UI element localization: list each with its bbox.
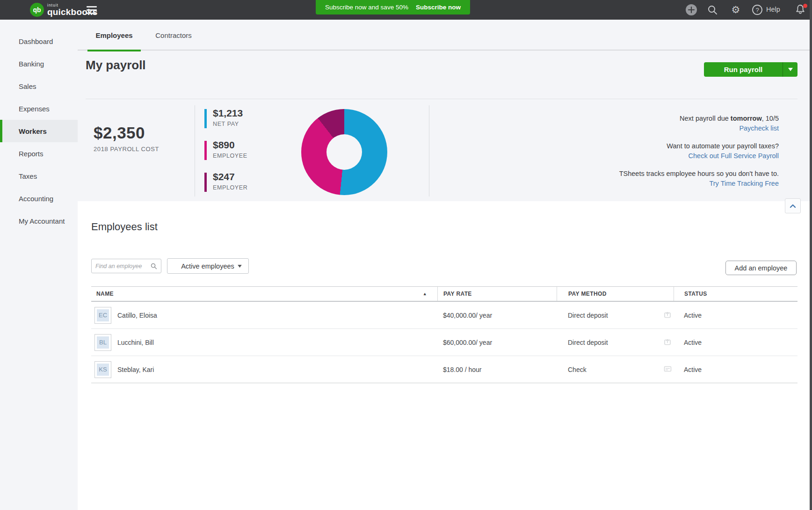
sort-ascending-icon[interactable]: ▲ xyxy=(423,291,427,296)
hamburger-menu-icon[interactable] xyxy=(87,6,97,16)
tsheets-text: TSheets tracks employee hours so you don… xyxy=(619,170,779,177)
pay-rate-value: $40,000.00/ year xyxy=(443,312,492,319)
tab-bar: Employees Contractors xyxy=(78,20,812,51)
table-header-row: NAME ▲ PAY RATE PAY METHOD STATUS xyxy=(91,286,798,302)
top-navbar: qb intuit quickbooks Subscribe now and s… xyxy=(0,0,812,20)
legend-label: EMPLOYER xyxy=(213,184,247,191)
employees-list-heading: Employees list xyxy=(91,221,158,233)
sidebar-item-taxes[interactable]: Taxes xyxy=(0,165,78,187)
employee-filter-dropdown[interactable]: Active employees xyxy=(167,258,249,274)
employee-name[interactable]: Steblay, Kari xyxy=(117,366,154,373)
table-row[interactable]: EC Catillo, Eloisa $40,000.00/ year Dire… xyxy=(91,302,798,329)
pay-method-value: Direct deposit xyxy=(568,312,608,319)
employee-filter-value: Active employees xyxy=(178,262,238,270)
vertical-divider xyxy=(195,105,195,197)
status-value: Active xyxy=(684,312,702,319)
payroll-cost-stat: $2,350 2018 PAYROLL COST xyxy=(94,124,159,153)
sidebar-item-sales[interactable]: Sales xyxy=(0,75,78,97)
sidebar-item-expenses[interactable]: Expenses xyxy=(0,97,78,120)
full-service-payroll-link[interactable]: Check out Full Service Payroll xyxy=(619,152,779,160)
avatar: EC xyxy=(94,307,111,324)
chevron-up-icon xyxy=(790,204,796,208)
notification-badge xyxy=(803,4,807,8)
add-employee-button[interactable]: Add an employee xyxy=(725,261,797,275)
check-icon xyxy=(664,365,672,373)
automate-taxes-text: Want to automate your payroll taxes? xyxy=(619,142,779,150)
employee-search-input[interactable] xyxy=(95,263,150,270)
search-input-icon xyxy=(150,262,157,270)
sidebar-item-banking[interactable]: Banking xyxy=(0,52,78,75)
help-icon[interactable]: ? xyxy=(751,4,763,16)
employee-name[interactable]: Lucchini, Bill xyxy=(117,339,154,346)
header-divider xyxy=(86,99,798,99)
subscribe-banner[interactable]: Subscribe now and save 50% Subscribe now xyxy=(316,0,470,15)
table-row[interactable]: BL Lucchini, Bill $60,000.00/ year Direc… xyxy=(91,329,798,356)
payroll-notices: Next payroll due tomorrow, 10/5 Paycheck… xyxy=(619,115,779,189)
legend-value: $247 xyxy=(213,171,247,182)
gear-icon[interactable]: ⚙ xyxy=(730,4,742,16)
column-header-pay-rate[interactable]: PAY RATE xyxy=(437,287,557,301)
run-payroll-button[interactable]: Run payroll xyxy=(704,62,798,77)
left-sidebar: DashboardBankingSalesExpensesWorkersRepo… xyxy=(0,20,78,510)
legend-value: $890 xyxy=(213,139,247,151)
payroll-donut-chart xyxy=(301,109,387,195)
legend-label: NET PAY xyxy=(213,121,243,127)
page-title: My payroll xyxy=(86,58,146,73)
column-header-pay-method[interactable]: PAY METHOD xyxy=(557,287,674,301)
dropdown-caret-icon xyxy=(238,265,242,268)
employees-list-section: Employees list Active employees Add an e… xyxy=(78,201,812,510)
pay-method-value: Direct deposit xyxy=(568,339,608,346)
main-content: Employees Contractors My payroll Run pay… xyxy=(78,20,812,510)
sidebar-item-my-accountant[interactable]: My Accountant xyxy=(0,210,78,232)
legend-item-employee: $890EMPLOYEE xyxy=(204,139,247,160)
employees-table: NAME ▲ PAY RATE PAY METHOD STATUS EC Cat… xyxy=(91,286,798,383)
search-icon[interactable] xyxy=(706,4,718,16)
tab-employees[interactable]: Employees xyxy=(87,20,141,51)
payroll-cost-value: $2,350 xyxy=(94,124,159,142)
legend-item-net-pay: $1,213NET PAY xyxy=(204,108,247,128)
tab-contractors[interactable]: Contractors xyxy=(148,20,199,51)
legend-color-bar xyxy=(204,173,207,192)
help-label[interactable]: Help xyxy=(766,6,780,13)
sidebar-item-accounting[interactable]: Accounting xyxy=(0,187,78,210)
payroll-cost-label: 2018 PAYROLL COST xyxy=(94,146,159,153)
status-value: Active xyxy=(684,366,702,373)
status-value: Active xyxy=(684,339,702,346)
pay-method-value: Check xyxy=(568,366,587,373)
avatar: BL xyxy=(94,334,111,351)
column-header-status[interactable]: STATUS xyxy=(674,287,798,301)
direct-deposit-icon xyxy=(664,311,672,320)
payroll-legend: $1,213NET PAY$890EMPLOYEE$247EMPLOYER xyxy=(204,108,247,203)
legend-item-employer: $247EMPLOYER xyxy=(204,171,247,192)
direct-deposit-icon xyxy=(664,338,672,347)
pay-rate-value: $60,000.00/ year xyxy=(443,339,492,346)
paycheck-list-link[interactable]: Paycheck list xyxy=(619,124,779,132)
legend-label: EMPLOYEE xyxy=(213,153,247,159)
vertical-divider xyxy=(429,105,429,197)
legend-value: $1,213 xyxy=(213,108,243,119)
sidebar-item-workers[interactable]: Workers xyxy=(0,120,78,142)
vertical-scrollbar[interactable] xyxy=(810,0,812,510)
pay-rate-value: $18.00 / hour xyxy=(443,366,482,373)
create-plus-icon[interactable] xyxy=(685,4,697,16)
column-header-name[interactable]: NAME ▲ xyxy=(91,287,437,301)
legend-color-bar xyxy=(204,141,207,160)
avatar: KS xyxy=(94,361,111,378)
table-row[interactable]: KS Steblay, Kari $18.00 / hour Check Act… xyxy=(91,356,798,383)
donut-hole xyxy=(326,134,362,170)
next-payroll-due: Next payroll due tomorrow, 10/5 xyxy=(619,115,779,122)
employee-search-box[interactable] xyxy=(91,259,161,273)
banner-text: Subscribe now and save 50% xyxy=(325,4,408,11)
sidebar-item-reports[interactable]: Reports xyxy=(0,142,78,165)
subscribe-now-button[interactable]: Subscribe now xyxy=(416,4,461,11)
collapse-summary-button[interactable] xyxy=(785,198,801,213)
time-tracking-link[interactable]: Try Time Tracking Free xyxy=(619,180,779,187)
sidebar-item-dashboard[interactable]: Dashboard xyxy=(0,30,78,52)
qb-logo-icon: qb xyxy=(30,3,44,17)
run-payroll-label[interactable]: Run payroll xyxy=(704,62,783,77)
legend-color-bar xyxy=(204,109,207,128)
run-payroll-dropdown-caret-icon[interactable] xyxy=(783,62,798,77)
svg-text:?: ? xyxy=(755,7,759,14)
employee-name[interactable]: Catillo, Eloisa xyxy=(117,312,157,319)
